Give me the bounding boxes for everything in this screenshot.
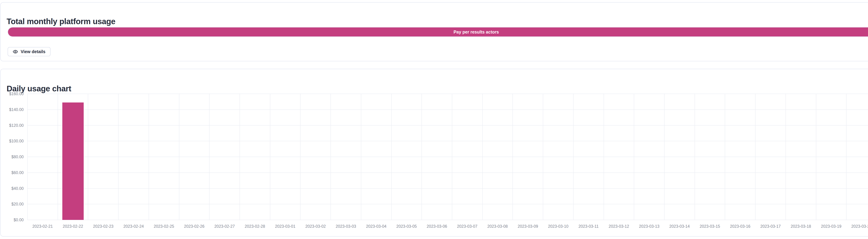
y-axis-tick-label: $0.00 [13,218,24,222]
daily-usage-chart-card: Daily usage chart Absolute Cumulative $0… [0,69,868,237]
x-gridline [118,94,119,220]
view-details-label: View details [21,49,45,54]
usage-progress-track: Pay per results actors [8,27,868,37]
x-axis-tick-label: 2023-03-05 [396,224,417,229]
y-axis-tick-label: $20.00 [11,202,24,207]
x-axis-tick-label: 2023-03-08 [487,224,508,229]
x-gridline [270,94,270,220]
x-gridline [785,94,786,220]
x-axis-tick-label: 2023-03-14 [670,224,690,229]
y-gridline [27,220,868,220]
x-gridline [816,94,816,220]
x-gridline [694,94,695,220]
y-gridline [27,141,868,141]
x-axis-tick-label: 2023-02-21 [32,224,53,229]
bar-actors-paid-for-results[interactable] [62,102,84,220]
y-gridline [27,173,868,173]
x-gridline [634,94,634,220]
x-axis-tick-label: 2023-02-26 [184,224,205,229]
x-axis-tick-label: 2023-02-22 [63,224,83,229]
usage-card-title: Total monthly platform usage [7,17,116,26]
x-axis-tick-label: 2023-03-19 [821,224,841,229]
x-gridline [846,94,846,220]
x-gridline [755,94,755,220]
x-gridline [149,94,149,220]
y-axis-tick-label: $60.00 [11,170,24,175]
x-gridline [58,94,58,220]
y-gridline [27,125,868,126]
x-axis-tick-label: 2023-03-20 [851,224,868,229]
x-axis-tick-label: 2023-03-16 [730,224,750,229]
x-gridline [452,94,452,220]
x-axis-tick-label: 2023-03-01 [275,224,296,229]
y-axis-tick-label: $140.00 [9,107,24,112]
usage-progress-label: Pay per results actors [454,30,499,35]
y-axis-tick-label: $160.00 [9,92,24,96]
x-gridline [513,94,513,220]
view-details-button[interactable]: View details [8,47,51,56]
y-gridline [27,188,868,189]
x-axis-tick-label: 2023-03-04 [366,224,386,229]
x-axis-tick-label: 2023-02-23 [93,224,114,229]
y-axis-tick-label: $80.00 [11,155,24,159]
y-axis-tick-label: $120.00 [9,123,24,128]
x-axis-tick-label: 2023-03-09 [518,224,538,229]
y-axis-tick-label: $40.00 [11,186,24,191]
x-axis-tick-label: 2023-03-18 [790,224,811,229]
x-gridline [240,94,240,220]
x-gridline [422,94,422,220]
x-axis-tick-label: 2023-03-13 [639,224,659,229]
total-usage-card: Total monthly platform usage $150.00 Pay… [0,2,868,61]
x-gridline [179,94,179,220]
x-gridline [361,94,361,220]
x-gridline [482,94,483,220]
x-axis-tick-label: 2023-03-07 [457,224,477,229]
x-axis-tick-label: 2023-03-03 [336,224,356,229]
y-gridline [27,204,868,204]
x-axis-tick-label: 2023-03-12 [609,224,629,229]
x-gridline [300,94,301,220]
x-gridline [603,94,604,220]
y-gridline [27,110,868,110]
usage-progress-fill[interactable]: Pay per results actors [8,27,868,36]
x-axis-tick-label: 2023-02-27 [214,224,235,229]
x-gridline [725,94,725,220]
x-axis-tick-label: 2023-03-11 [579,224,598,229]
x-gridline [543,94,543,220]
x-axis-tick-label: 2023-03-02 [305,224,326,229]
x-axis-tick-label: 2023-03-17 [761,224,781,229]
x-gridline [664,94,664,220]
x-axis-tick-label: 2023-03-15 [700,224,720,229]
x-axis-tick-label: 2023-02-24 [123,224,144,229]
y-gridline [27,94,868,94]
y-axis-tick-label: $100.00 [9,139,24,144]
y-gridline [27,157,868,157]
x-gridline [391,94,392,220]
x-axis-tick-label: 2023-02-28 [245,224,265,229]
x-gridline [27,94,28,220]
x-axis-tick-label: 2023-02-25 [154,224,174,229]
x-gridline [573,94,574,220]
x-gridline [209,94,210,220]
bar-chart-plot-area: $0.00$20.00$40.00$60.00$80.00$100.00$120… [27,94,868,220]
x-axis-tick-label: 2023-03-10 [548,224,568,229]
eye-icon [13,49,18,54]
x-gridline [331,94,331,220]
x-gridline [88,94,88,220]
x-axis-tick-label: 2023-03-06 [427,224,447,229]
